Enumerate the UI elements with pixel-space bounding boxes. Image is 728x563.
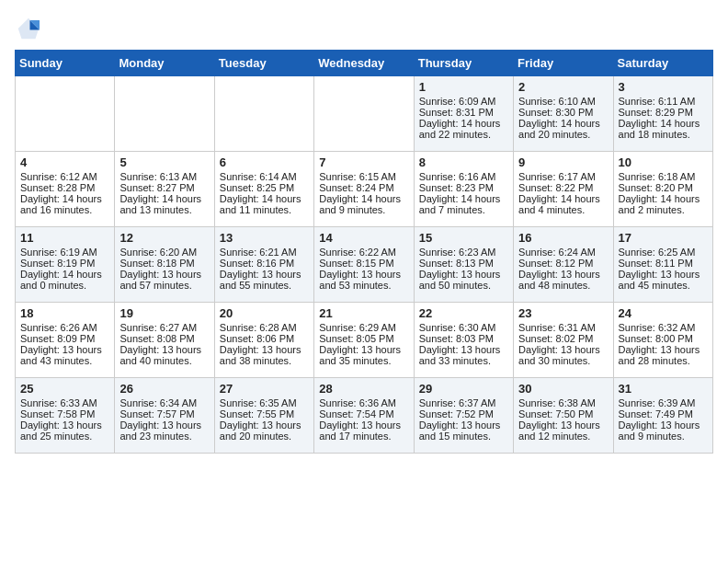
calendar-cell: [115, 76, 214, 152]
day-number: 11: [20, 231, 109, 245]
day-number: 9: [518, 155, 608, 169]
week-row-2: 4Sunrise: 6:12 AMSunset: 8:28 PMDaylight…: [16, 152, 713, 227]
day-number: 26: [119, 382, 209, 396]
cell-info: Daylight: 14 hours and 7 minutes.: [419, 193, 508, 215]
day-number: 2: [518, 80, 608, 94]
week-row-5: 25Sunrise: 6:33 AMSunset: 7:58 PMDayligh…: [16, 378, 713, 454]
calendar-cell: 12Sunrise: 6:20 AMSunset: 8:18 PMDayligh…: [115, 227, 214, 303]
cell-info: Sunset: 8:09 PM: [20, 333, 109, 344]
cell-info: Daylight: 14 hours and 18 minutes.: [619, 118, 708, 140]
cell-info: Daylight: 13 hours and 12 minutes.: [518, 419, 608, 442]
cell-info: Sunrise: 6:26 AM: [20, 322, 109, 333]
cell-info: Sunset: 7:52 PM: [419, 408, 508, 419]
cell-info: Sunrise: 6:38 AM: [518, 397, 608, 408]
cell-info: Sunrise: 6:25 AM: [619, 247, 708, 258]
calendar-cell: 20Sunrise: 6:28 AMSunset: 8:06 PMDayligh…: [214, 303, 313, 378]
day-header-tuesday: Tuesday: [214, 51, 313, 76]
day-header-thursday: Thursday: [414, 51, 513, 76]
calendar-cell: 1Sunrise: 6:09 AMSunset: 8:31 PMDaylight…: [414, 76, 513, 152]
header: [15, 15, 713, 42]
cell-info: Sunrise: 6:24 AM: [518, 247, 608, 258]
day-number: 8: [419, 155, 508, 169]
cell-info: Sunset: 8:29 PM: [619, 107, 708, 118]
calendar-cell: 5Sunrise: 6:13 AMSunset: 8:27 PMDaylight…: [115, 152, 214, 227]
day-number: 15: [419, 231, 508, 245]
calendar-cell: [314, 76, 414, 152]
cell-info: Sunrise: 6:31 AM: [518, 322, 608, 333]
day-number: 23: [518, 306, 608, 320]
calendar-cell: 15Sunrise: 6:23 AMSunset: 8:13 PMDayligh…: [414, 227, 513, 303]
cell-info: Sunrise: 6:20 AM: [119, 247, 209, 258]
calendar-cell: 19Sunrise: 6:27 AMSunset: 8:08 PMDayligh…: [115, 303, 214, 378]
cell-info: Daylight: 13 hours and 15 minutes.: [419, 419, 508, 442]
cell-info: Daylight: 14 hours and 0 minutes.: [20, 269, 109, 291]
cell-info: Sunset: 7:58 PM: [20, 408, 109, 419]
cell-info: Sunrise: 6:33 AM: [20, 397, 109, 408]
cell-info: Daylight: 13 hours and 55 minutes.: [220, 269, 309, 291]
cell-info: Sunrise: 6:34 AM: [119, 397, 209, 408]
cell-info: Daylight: 14 hours and 16 minutes.: [20, 193, 109, 215]
cell-info: Daylight: 14 hours and 20 minutes.: [518, 118, 608, 140]
cell-info: Sunset: 8:05 PM: [319, 333, 408, 344]
cell-info: Sunrise: 6:30 AM: [419, 322, 508, 333]
cell-info: Sunset: 8:06 PM: [220, 333, 309, 344]
cell-info: Daylight: 14 hours and 11 minutes.: [220, 193, 309, 215]
day-number: 14: [319, 231, 408, 245]
calendar-cell: 9Sunrise: 6:17 AMSunset: 8:22 PMDaylight…: [514, 152, 613, 227]
day-number: 4: [20, 155, 109, 169]
cell-info: Sunset: 8:11 PM: [619, 258, 708, 269]
calendar-cell: 7Sunrise: 6:15 AMSunset: 8:24 PMDaylight…: [314, 152, 414, 227]
calendar-cell: 24Sunrise: 6:32 AMSunset: 8:00 PMDayligh…: [613, 303, 712, 378]
week-row-4: 18Sunrise: 6:26 AMSunset: 8:09 PMDayligh…: [16, 303, 713, 378]
day-number: 12: [119, 231, 209, 245]
logo-icon: [15, 15, 42, 42]
day-number: 6: [220, 155, 309, 169]
cell-info: Sunrise: 6:19 AM: [20, 247, 109, 258]
cell-info: Daylight: 13 hours and 28 minutes.: [619, 344, 708, 366]
cell-info: Sunset: 8:19 PM: [20, 258, 109, 269]
cell-info: Sunrise: 6:14 AM: [220, 171, 309, 182]
cell-info: Sunset: 8:31 PM: [419, 107, 508, 118]
cell-info: Daylight: 13 hours and 43 minutes.: [20, 344, 109, 366]
day-number: 27: [220, 382, 309, 396]
calendar-cell: 31Sunrise: 6:39 AMSunset: 7:49 PMDayligh…: [613, 378, 712, 454]
cell-info: Sunrise: 6:09 AM: [419, 96, 508, 107]
week-row-1: 1Sunrise: 6:09 AMSunset: 8:31 PMDaylight…: [16, 76, 713, 152]
calendar-cell: 26Sunrise: 6:34 AMSunset: 7:57 PMDayligh…: [115, 378, 214, 454]
day-number: 16: [518, 231, 608, 245]
cell-info: Sunset: 8:24 PM: [319, 182, 408, 193]
cell-info: Sunrise: 6:37 AM: [419, 397, 508, 408]
day-number: 22: [419, 306, 508, 320]
cell-info: Sunrise: 6:16 AM: [419, 171, 508, 182]
day-header-friday: Friday: [514, 51, 613, 76]
day-header-sunday: Sunday: [16, 51, 115, 76]
cell-info: Sunset: 8:00 PM: [619, 333, 708, 344]
cell-info: Sunset: 8:20 PM: [619, 182, 708, 193]
cell-info: Sunrise: 6:12 AM: [20, 171, 109, 182]
day-header-wednesday: Wednesday: [314, 51, 414, 76]
day-number: 3: [619, 80, 708, 94]
calendar-cell: 30Sunrise: 6:38 AMSunset: 7:50 PMDayligh…: [514, 378, 613, 454]
cell-info: Sunrise: 6:21 AM: [220, 247, 309, 258]
cell-info: Sunset: 8:16 PM: [220, 258, 309, 269]
cell-info: Sunset: 7:49 PM: [619, 408, 708, 419]
cell-info: Sunrise: 6:36 AM: [319, 397, 408, 408]
cell-info: Daylight: 13 hours and 45 minutes.: [619, 269, 708, 291]
calendar-cell: 3Sunrise: 6:11 AMSunset: 8:29 PMDaylight…: [613, 76, 712, 152]
day-number: 31: [619, 382, 708, 396]
calendar-cell: 4Sunrise: 6:12 AMSunset: 8:28 PMDaylight…: [16, 152, 115, 227]
calendar-cell: 25Sunrise: 6:33 AMSunset: 7:58 PMDayligh…: [16, 378, 115, 454]
cell-info: Daylight: 13 hours and 48 minutes.: [518, 269, 608, 291]
day-number: 20: [220, 306, 309, 320]
day-number: 7: [319, 155, 408, 169]
calendar-cell: 10Sunrise: 6:18 AMSunset: 8:20 PMDayligh…: [613, 152, 712, 227]
cell-info: Daylight: 14 hours and 4 minutes.: [518, 193, 608, 215]
cell-info: Sunset: 8:12 PM: [518, 258, 608, 269]
cell-info: Sunrise: 6:39 AM: [619, 397, 708, 408]
calendar-cell: 6Sunrise: 6:14 AMSunset: 8:25 PMDaylight…: [214, 152, 313, 227]
cell-info: Daylight: 13 hours and 9 minutes.: [619, 419, 708, 442]
cell-info: Sunrise: 6:32 AM: [619, 322, 708, 333]
calendar-cell: 16Sunrise: 6:24 AMSunset: 8:12 PMDayligh…: [514, 227, 613, 303]
day-number: 17: [619, 231, 708, 245]
cell-info: Sunset: 8:18 PM: [119, 258, 209, 269]
